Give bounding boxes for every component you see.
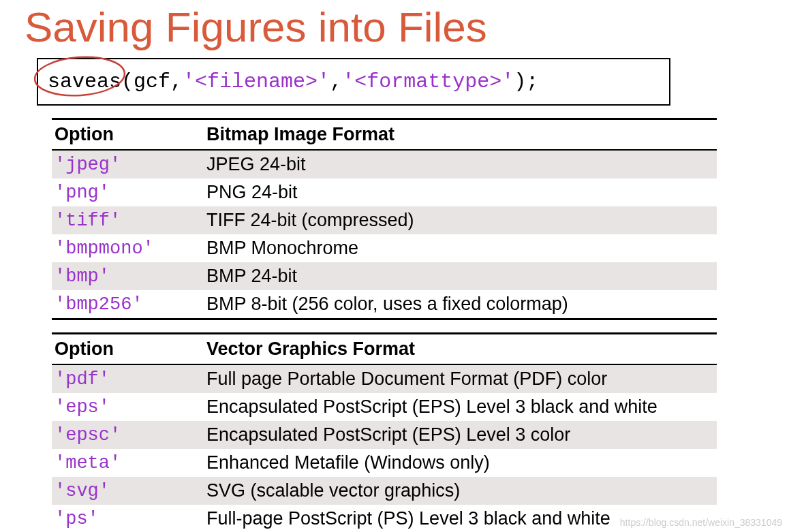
table-row: 'jpeg' JPEG 24-bit [52,150,717,178]
option-cell: 'ps' [52,505,204,532]
bitmap-format-table: Option Bitmap Image Format 'jpeg' JPEG 2… [52,118,717,320]
desc-cell: BMP 8-bit (256 color, uses a fixed color… [204,290,717,319]
option-cell: 'bmp' [52,262,204,290]
code-comma2: , [330,70,342,93]
table-row: 'meta' Enhanced Metafile (Windows only) [52,449,717,477]
watermark-text: https://blog.csdn.net/weixin_38331049 [620,517,782,528]
desc-cell: TIFF 24-bit (compressed) [204,206,717,234]
table-row: 'tiff' TIFF 24-bit (compressed) [52,206,717,234]
option-cell: 'bmp256' [52,290,204,319]
slide-title: Saving Figures into Files [0,0,789,58]
table-row: 'epsc' Encapsulated PostScript (EPS) Lev… [52,421,717,449]
option-cell: 'jpeg' [52,150,204,178]
table1-header-option: Option [52,119,204,151]
option-cell: 'pdf' [52,364,204,393]
code-arg1: gcf [134,70,170,93]
table-row: 'bmp' BMP 24-bit [52,262,717,290]
desc-cell: BMP Monochrome [204,234,717,262]
option-cell: 'eps' [52,393,204,421]
code-string1: '<filename>' [183,70,330,93]
option-cell: 'tiff' [52,206,204,234]
table-row: 'bmpmono' BMP Monochrome [52,234,717,262]
table-row: 'bmp256' BMP 8-bit (256 color, uses a fi… [52,290,717,319]
desc-cell: JPEG 24-bit [204,150,717,178]
option-cell: 'meta' [52,449,204,477]
desc-cell: SVG (scalable vector graphics) [204,477,717,505]
table-row: 'png' PNG 24-bit [52,178,717,206]
table-row: 'svg' SVG (scalable vector graphics) [52,477,717,505]
code-comma1: , [170,70,183,93]
desc-cell: PNG 24-bit [204,178,717,206]
code-paren-close: ) [514,70,526,93]
desc-cell: BMP 24-bit [204,262,717,290]
tables-container: Option Bitmap Image Format 'jpeg' JPEG 2… [0,118,789,532]
desc-cell: Encapsulated PostScript (EPS) Level 3 co… [204,421,717,449]
option-cell: 'svg' [52,477,204,505]
table2-header-format: Vector Graphics Format [204,334,717,365]
table2-header-option: Option [52,334,204,365]
desc-cell: Full page Portable Document Format (PDF)… [204,364,717,393]
vector-format-table: Option Vector Graphics Format 'pdf' Full… [52,332,717,532]
table-row: 'eps' Encapsulated PostScript (EPS) Leve… [52,393,717,421]
table-row: 'pdf' Full page Portable Document Format… [52,364,717,393]
code-semicolon: ; [526,70,538,93]
option-cell: 'bmpmono' [52,234,204,262]
desc-cell: Enhanced Metafile (Windows only) [204,449,717,477]
code-paren-open: ( [121,70,134,93]
desc-cell: Encapsulated PostScript (EPS) Level 3 bl… [204,393,717,421]
table-row: 'ps' Full-page PostScript (PS) Level 3 b… [52,505,717,532]
code-string2: '<formattype>' [342,70,514,93]
option-cell: 'png' [52,178,204,206]
code-example-box: saveas(gcf,'<filename>','<formattype>'); [37,58,670,106]
option-cell: 'epsc' [52,421,204,449]
table1-header-format: Bitmap Image Format [204,119,717,151]
code-function: saveas [48,70,121,93]
